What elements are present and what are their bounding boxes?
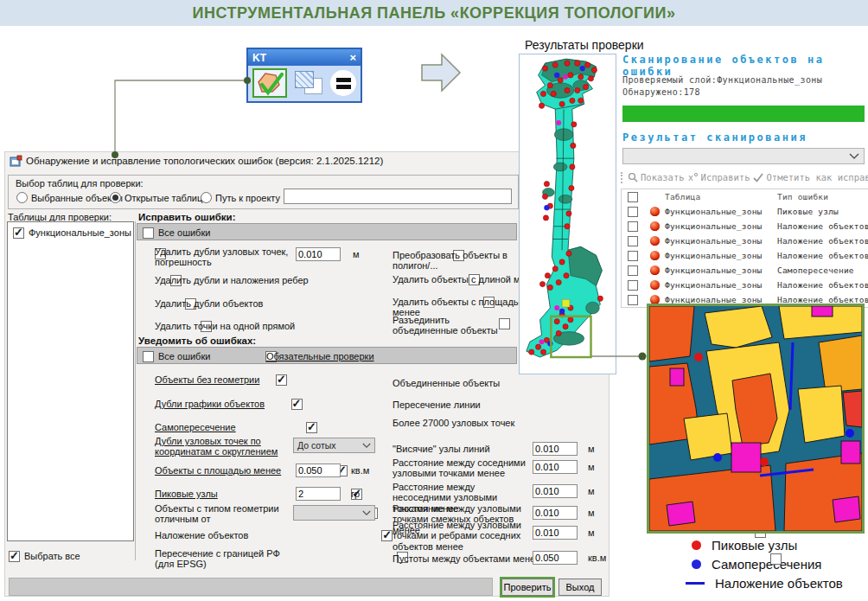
exit-button[interactable]: Выход [558, 579, 602, 596]
unit-label: м [588, 527, 595, 538]
errors-table: Таблица Тип ошибки Функциональные_зоныПи… [621, 189, 868, 308]
unit-label: м [588, 444, 595, 454]
option-label: "Висячие" узлы линий [393, 444, 490, 454]
row-checkbox[interactable] [628, 251, 638, 261]
table-selection-group: Выбор таблиц для проверки: Выбранные объ… [8, 175, 519, 209]
select-all-checkbox[interactable] [9, 551, 20, 562]
option-checkbox[interactable] [381, 530, 393, 541]
unit-label: м [353, 249, 360, 259]
unit-label: кв.м [588, 553, 606, 563]
option-checkbox[interactable] [770, 553, 782, 565]
row-checkbox[interactable] [628, 295, 638, 305]
select-all-label: Выбрать все [24, 551, 80, 561]
legend-label: Самопересечения [712, 557, 821, 572]
red-dot-icon [692, 540, 701, 550]
radio-open-tables[interactable] [110, 192, 121, 203]
close-icon[interactable]: × [349, 52, 356, 63]
select-all-errors-checkbox[interactable] [628, 192, 638, 202]
option-label: Объединенные объекты [393, 378, 500, 388]
value-input[interactable] [533, 442, 578, 456]
value-input[interactable] [296, 487, 341, 501]
legend-label: Пиковые узлы [712, 538, 797, 553]
blue-dot-icon [692, 559, 701, 569]
option-checkbox[interactable] [306, 422, 317, 433]
check-topology-icon[interactable] [252, 68, 287, 98]
option-label: Самопересечение [155, 422, 236, 432]
mark-fixed-button[interactable]: Отметить как исправл [753, 172, 868, 182]
option-checkbox[interactable] [291, 399, 303, 410]
radio-project-path[interactable] [201, 192, 212, 203]
map-zoom-panel[interactable] [647, 304, 865, 534]
table-row[interactable]: Функциональные_зоныНаложение объектов [622, 278, 868, 292]
value-input[interactable] [533, 460, 578, 474]
table-row[interactable]: Функциональные_зоныНаложение объектов [622, 219, 868, 233]
show-button[interactable]: Показать [628, 172, 685, 182]
value-input[interactable] [533, 551, 578, 565]
notify-all-label: Все ошибки [158, 351, 210, 361]
toolbar-grip [621, 172, 622, 183]
option-label: Пересечение линии [393, 400, 481, 410]
check-button[interactable]: Проверить [501, 579, 553, 596]
option-label: Разъединить объединенные объекты [393, 315, 514, 336]
radio-selected-objects[interactable] [16, 192, 28, 203]
errors-table-header: Таблица Тип ошибки [622, 189, 868, 204]
group-label: Выбор таблиц для проверки: [16, 178, 144, 189]
unit-label: м [588, 508, 595, 518]
table-row[interactable]: Функциональные_зоныСамопересечение [622, 263, 868, 278]
mandatory-checks-label: Обязательные проверки [266, 351, 374, 361]
value-input[interactable] [533, 506, 578, 520]
value-input[interactable] [296, 247, 341, 261]
row-checkbox[interactable] [628, 265, 638, 276]
table-item-checkbox[interactable] [13, 227, 24, 239]
value-input[interactable] [296, 464, 341, 477]
fix-all-checkbox[interactable] [143, 227, 154, 239]
option-label: Более 27000 узловых точек [393, 418, 514, 428]
table-row[interactable]: Функциональные_зоныПиковые узлы [622, 204, 868, 219]
legend-label: Наложение объектов [715, 576, 843, 591]
row-checkbox[interactable] [628, 207, 638, 217]
notify-all-bar: Все ошибки Обязательные проверки [137, 347, 517, 364]
map-overview-image [520, 54, 616, 374]
option-label: Объекты с площадью менее [155, 465, 281, 476]
error-orb-icon [650, 251, 660, 260]
errors-toolbar: Показать x Исправить Отметить как исправ… [621, 169, 868, 185]
value-input[interactable] [533, 484, 578, 498]
option-checkbox[interactable] [276, 374, 287, 386]
results-caption: Результаты проверки [525, 38, 644, 52]
table-item-label: Функциональные_зоны [29, 227, 131, 238]
dropdown-value: До сотых [297, 440, 336, 451]
option-label: Расстояние между узловыми точками и ребр… [393, 520, 529, 552]
row-checkbox[interactable] [628, 221, 638, 232]
notify-all-checkbox[interactable] [143, 351, 154, 362]
value-input[interactable] [533, 526, 578, 540]
fix-all-bar: Все ошибки [137, 223, 517, 240]
unit-label: м [588, 486, 595, 496]
project-path-input[interactable] [284, 189, 512, 204]
equals-icon[interactable] [330, 70, 356, 96]
scan-result-dropdown[interactable] [622, 148, 865, 164]
option-label: Удалить точки на одной прямой [155, 321, 310, 331]
fix-section-title: Исправить ошибки: [138, 212, 236, 222]
overlay-layers-icon[interactable] [293, 69, 324, 97]
tables-listbox[interactable]: Функциональные_зоны [7, 221, 134, 541]
option-label: Наложение объектов [155, 530, 248, 540]
section-divider [135, 221, 136, 560]
magnifier-icon [628, 172, 638, 182]
map-zoom-image [649, 306, 862, 531]
row-checkbox[interactable] [628, 236, 638, 246]
map-overview-panel[interactable] [519, 54, 616, 374]
rounding-dropdown[interactable]: До сотых [293, 438, 375, 453]
table-row[interactable]: Функциональные_зоныНаложение объектов [622, 233, 868, 248]
fix-button[interactable]: x Исправить [688, 172, 750, 182]
check-icon [753, 172, 763, 182]
radio-label: Путь к проекту [215, 193, 280, 203]
table-row[interactable]: Функциональные_зоныНаложение объектов [622, 248, 868, 263]
row-checkbox[interactable] [628, 280, 638, 291]
option-label: Пиковые узлы [155, 489, 218, 499]
error-orb-icon [650, 207, 660, 216]
geometry-type-dropdown[interactable] [293, 505, 375, 521]
legend-item-object-overlap: Наложение объектов [686, 576, 843, 591]
dialog-title: Обнаружение и исправление топологических… [26, 156, 383, 166]
error-orb-icon [650, 280, 660, 290]
scan-title: Сканирование объектов на ошибки [622, 54, 868, 78]
